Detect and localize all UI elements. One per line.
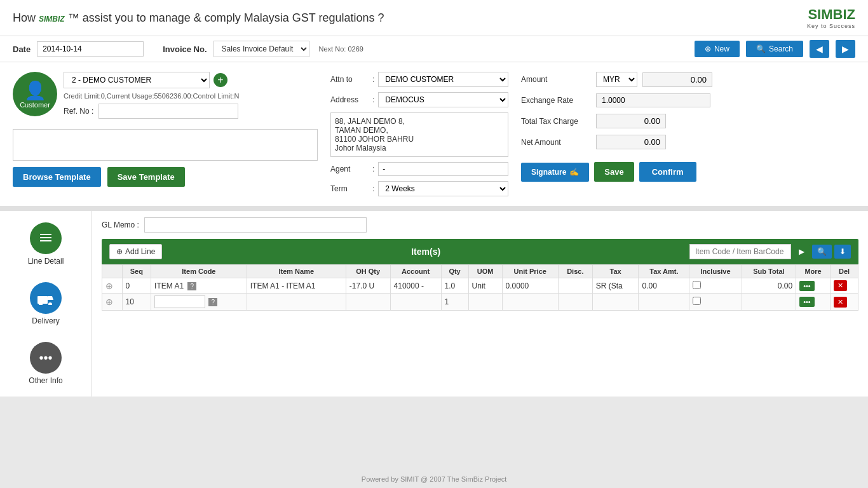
right-section: Amount MYR Exchange Rate Total Tax Charg… (521, 72, 855, 196)
item-search-input[interactable] (689, 244, 791, 259)
save-template-button[interactable]: Save Template (107, 167, 185, 187)
svg-marker-4 (48, 296, 53, 300)
gl-memo-input[interactable] (144, 217, 367, 233)
invoice-type-select[interactable]: Sales Invoice Default (214, 41, 309, 57)
item-download-button[interactable]: ⬇ (834, 245, 851, 259)
col-oh-qty: OH Qty (346, 265, 390, 278)
notes-textarea[interactable] (13, 129, 318, 161)
add-line-button[interactable]: ⊕ Add Line (109, 244, 162, 259)
currency-select[interactable]: MYR (596, 72, 637, 87)
header-title: How SIMBIZ ™ assist you to manage & comp… (13, 11, 384, 25)
confirm-button[interactable]: Confirm (639, 162, 696, 182)
col-tax: Tax (592, 265, 639, 278)
nav-back-button[interactable]: ◀ (810, 40, 829, 58)
agent-input[interactable] (378, 162, 508, 176)
search-button[interactable]: 🔍 Search (746, 41, 803, 57)
logo-sub: Key to Success (807, 23, 855, 29)
customer-icon[interactable]: 👤 Customer (13, 72, 57, 116)
item-code-input-2[interactable] (154, 295, 205, 308)
col-del: Del (831, 265, 858, 278)
exchange-row: Exchange Rate (521, 93, 855, 107)
invoice-label: Invoice No. (163, 44, 207, 54)
add-customer-button[interactable]: + (214, 73, 227, 87)
delete-button-1[interactable]: ✕ (834, 280, 847, 291)
attn-select[interactable]: DEMO CUSTOMER (378, 72, 508, 87)
more-button-1[interactable]: ••• (799, 281, 815, 291)
delivery-label: Delivery (32, 316, 59, 325)
sidebar-item-other-info[interactable]: ••• Other Info (0, 337, 92, 390)
toolbar: Date Invoice No. Sales Invoice Default N… (0, 36, 868, 62)
search-icon: 🔍 (756, 44, 766, 53)
signature-button[interactable]: Signature ✍ (521, 163, 589, 182)
amount-input[interactable] (642, 72, 712, 87)
agent-row: Agent : (330, 162, 508, 176)
logo-area: SIMBIZ Key to Success (807, 6, 855, 29)
tax-label: Total Tax Charge (521, 117, 591, 126)
exchange-label: Exchange Rate (521, 96, 591, 105)
inclusive-checkbox-1[interactable] (693, 281, 701, 289)
save-button[interactable]: Save (594, 162, 634, 182)
tax-input[interactable] (596, 114, 666, 128)
items-header: ⊕ Add Line Item(s) ▶ 🔍 ⬇ (102, 239, 858, 264)
address-row: Address : DEMOCUS (330, 92, 508, 107)
item-help-button-2[interactable]: ? (208, 298, 217, 306)
sidebar: Line Detail Delivery ••• Other Info (0, 211, 92, 396)
gl-memo-row: GL Memo : (102, 217, 858, 233)
customer-select[interactable]: 2 - DEMO CUSTOMER (64, 72, 210, 88)
net-row: Net Amount (521, 135, 855, 149)
col-more: More (796, 265, 831, 278)
col-item-name: Item Name (247, 265, 346, 278)
other-info-label: Other Info (29, 376, 62, 385)
drag-handle-2[interactable]: ⊕ (105, 297, 113, 307)
left-section: 👤 Customer 2 - DEMO CUSTOMER + Credit Li… (13, 72, 318, 196)
more-button-2[interactable]: ••• (799, 297, 815, 307)
col-uom: UOM (468, 265, 502, 278)
term-label: Term (330, 184, 369, 193)
address-select[interactable]: DEMOCUS (378, 92, 508, 107)
other-info-icon: ••• (30, 342, 62, 374)
item-search-button[interactable]: 🔍 (812, 245, 832, 259)
col-unit-price: Unit Price (502, 265, 558, 278)
ref-input[interactable] (98, 104, 238, 119)
signature-icon: ✍ (569, 168, 579, 177)
action-buttons: Signature ✍ Save Confirm (521, 162, 855, 182)
amount-label: Amount (521, 75, 591, 84)
line-detail-icon (30, 222, 62, 254)
sidebar-item-line-detail[interactable]: Line Detail (0, 217, 92, 271)
attn-label: Attn to (330, 75, 369, 84)
items-title: Item(s) (162, 247, 689, 257)
items-table: Seq Item Code Item Name OH Qty Account Q… (102, 264, 858, 311)
customer-fields: 2 - DEMO CUSTOMER + Credit Limit:0,Curre… (64, 72, 318, 119)
col-item-code: Item Code (151, 265, 247, 278)
line-detail-label: Line Detail (28, 257, 64, 266)
credit-info: Credit Limit:0,Current Usage:5506236.00:… (64, 92, 318, 100)
date-label: Date (13, 44, 31, 54)
delete-button-2[interactable]: ✕ (834, 297, 847, 308)
date-input[interactable] (37, 41, 144, 57)
ref-row: Ref. No : (64, 104, 318, 119)
item-help-button[interactable]: ? (187, 282, 196, 290)
middle-section: Attn to : DEMO CUSTOMER Address : DEMOCU… (330, 72, 508, 196)
customer-row: 👤 Customer 2 - DEMO CUSTOMER + Credit Li… (13, 72, 318, 119)
browse-template-button[interactable]: Browse Template (13, 167, 101, 187)
content-area: GL Memo : ⊕ Add Line Item(s) ▶ 🔍 ⬇ Seq (92, 211, 868, 396)
sidebar-item-delivery[interactable]: Delivery (0, 277, 92, 330)
exchange-input[interactable] (596, 93, 710, 107)
template-buttons: Browse Template Save Template (13, 167, 318, 187)
new-button[interactable]: ⊕ New (695, 41, 740, 57)
table-row: ⊕ 0 ITEM A1 ? ITEM A1 - ITEM A1 -17.0 U … (102, 278, 858, 294)
col-account: Account (390, 265, 441, 278)
nav-forward-button[interactable]: ▶ (836, 40, 855, 58)
brand-name: SIMBIZ (39, 15, 65, 24)
term-select[interactable]: 2 Weeks (378, 181, 508, 196)
col-seq: Seq (122, 265, 151, 278)
drag-handle[interactable]: ⊕ (105, 281, 113, 291)
net-label: Net Amount (521, 138, 591, 147)
net-input[interactable] (596, 135, 666, 149)
inclusive-checkbox-2[interactable] (693, 297, 701, 305)
svg-rect-0 (40, 234, 51, 235)
attn-row: Attn to : DEMO CUSTOMER (330, 72, 508, 87)
item-nav-button[interactable]: ▶ (794, 245, 810, 259)
address-text: 88, JALAN DEMO 8,TAMAN DEMO,81100 JOHOR … (330, 112, 508, 157)
delivery-icon (30, 282, 62, 314)
